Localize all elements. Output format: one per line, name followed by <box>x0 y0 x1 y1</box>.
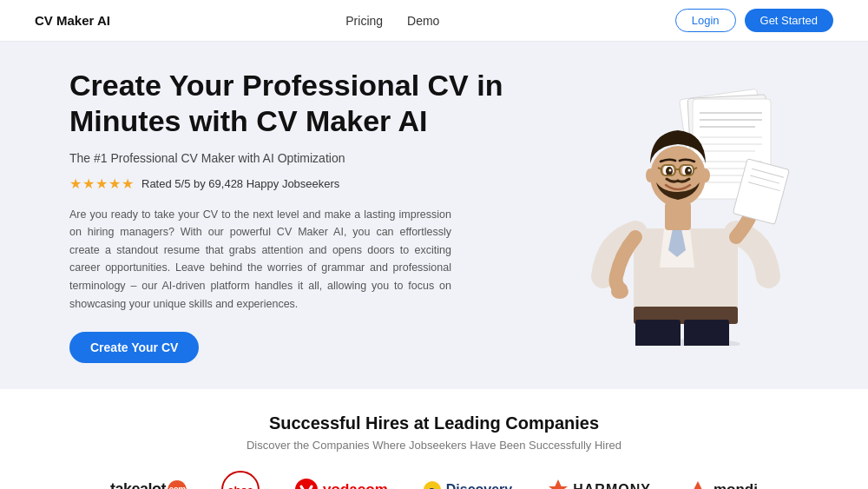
mondi-icon <box>686 478 710 489</box>
svg-point-22 <box>611 285 628 299</box>
logo-discovery: D Discovery <box>423 480 513 489</box>
nav-links: Pricing Demo <box>345 14 439 28</box>
svg-rect-17 <box>684 320 729 346</box>
logo-absa: absa <box>221 471 260 489</box>
harmony-text: HARMONY <box>573 482 651 489</box>
discovery-icon: D <box>423 480 442 489</box>
logo-takealot: takealotcom <box>110 480 187 489</box>
nav-buttons: Login Get Started <box>675 9 833 32</box>
svg-point-29 <box>669 169 672 172</box>
nav-demo[interactable]: Demo <box>407 14 439 28</box>
logo-vodacom: vodacom <box>294 478 388 489</box>
logo-mondi: mondi <box>686 478 758 489</box>
hero-content: Create Your Professional CV in Minutes w… <box>69 68 503 363</box>
companies-subtitle: Discover the Companies Where Jobseekers … <box>35 439 833 452</box>
companies-title: Successful Hires at Leading Companies <box>35 413 833 433</box>
mondi-text: mondi <box>713 481 758 489</box>
logo-harmony: HARMONY <box>547 478 651 489</box>
hero-subtitle: The #1 Professional CV Maker with AI Opt… <box>69 151 503 165</box>
svg-point-37 <box>701 169 710 182</box>
svg-point-38 <box>295 479 318 489</box>
hero-illustration <box>582 68 807 346</box>
discovery-text: Discovery <box>446 482 513 489</box>
svg-point-36 <box>646 169 654 182</box>
svg-marker-41 <box>549 479 568 489</box>
hero-section: Create Your Professional CV in Minutes w… <box>0 42 868 389</box>
vodacom-text: vodacom <box>323 481 388 489</box>
login-button[interactable]: Login <box>675 9 736 32</box>
create-cv-button[interactable]: Create Your CV <box>69 332 199 363</box>
star-icons: ★★★★★ <box>69 175 135 192</box>
navbar: CV Maker AI Pricing Demo Login Get Start… <box>0 0 868 42</box>
hero-description: Are you ready to take your CV to the nex… <box>69 206 451 314</box>
hero-title: Create Your Professional CV in Minutes w… <box>69 68 503 139</box>
companies-section: Successful Hires at Leading Companies Di… <box>0 389 868 489</box>
rating-text: Rated 5/5 by 69,428 Happy Jobseekers <box>141 177 339 190</box>
companies-logos: takealotcom absa vodacom D Discovery <box>35 471 833 489</box>
takealot-text: takealotcom <box>110 480 187 489</box>
svg-point-30 <box>688 169 691 172</box>
hero-illustration-area <box>573 50 816 346</box>
hero-rating: ★★★★★ Rated 5/5 by 69,428 Happy Jobseeke… <box>69 175 503 192</box>
harmony-icon <box>547 478 569 489</box>
vodacom-icon <box>294 478 319 489</box>
get-started-button[interactable]: Get Started <box>745 9 833 32</box>
logo: CV Maker AI <box>35 13 110 28</box>
absa-badge: absa <box>221 471 260 489</box>
nav-pricing[interactable]: Pricing <box>345 14 383 28</box>
svg-rect-16 <box>635 320 681 346</box>
